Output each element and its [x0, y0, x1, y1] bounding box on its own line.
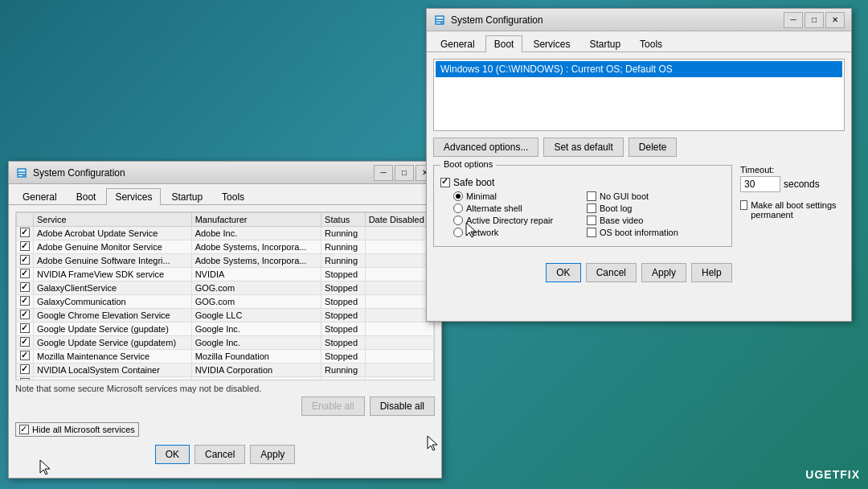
row-checkbox[interactable]: ✓	[17, 295, 34, 309]
tab-boot-front[interactable]: Boot	[485, 35, 523, 52]
minimal-label: Minimal	[466, 191, 497, 201]
ok-button-front[interactable]: OK	[546, 263, 580, 282]
network-radio[interactable]	[453, 228, 463, 237]
disable-all-button[interactable]: Disable all	[370, 397, 435, 416]
table-row[interactable]: ✓ Adobe Genuine Monitor Service Adobe Sy…	[17, 240, 434, 254]
tab-tools-front[interactable]: Tools	[631, 35, 671, 52]
tab-boot-back[interactable]: Boot	[68, 188, 105, 205]
hide-microsoft-checkbox[interactable]	[19, 425, 29, 434]
cancel-button-front[interactable]: Cancel	[586, 263, 637, 282]
table-row[interactable]: ✓ NVIDIA LocalSystem Container NVIDIA Co…	[17, 364, 434, 377]
table-row[interactable]: ✓ Google Chrome Elevation Service Google…	[17, 309, 434, 323]
table-row[interactable]: ✓ Mozilla Maintenance Service Mozilla Fo…	[17, 350, 434, 364]
tab-general-back[interactable]: General	[14, 188, 66, 205]
row-checkbox[interactable]: ✓	[17, 323, 34, 336]
row-manufacturer: Adobe Systems, Incorpora...	[191, 254, 321, 268]
row-date	[365, 323, 433, 336]
maximize-button-back[interactable]: □	[395, 165, 414, 181]
tab-general-front[interactable]: General	[432, 35, 484, 52]
boot-log-label: Boot log	[600, 203, 632, 213]
os-boot-info-checkbox[interactable]	[587, 228, 596, 237]
boot-log-checkbox[interactable]	[587, 203, 596, 213]
table-row[interactable]: ✓ NVIDIA Display Container LS NVIDIA Cor…	[17, 377, 434, 381]
minimize-button-back[interactable]: ─	[374, 165, 393, 181]
row-checkbox[interactable]: ✓	[17, 377, 34, 381]
minimize-button-front[interactable]: ─	[784, 12, 803, 28]
row-checkbox[interactable]: ✓	[17, 364, 34, 377]
os-list[interactable]: Windows 10 (C:\WINDOWS) : Current OS; De…	[433, 59, 845, 131]
tab-tools-back[interactable]: Tools	[213, 188, 253, 205]
help-button-front[interactable]: Help	[691, 263, 732, 282]
row-service: NVIDIA LocalSystem Container	[34, 364, 192, 377]
close-button-front[interactable]: ✕	[825, 12, 845, 28]
table-row[interactable]: ✓ NVIDIA FrameView SDK service NVIDIA St…	[17, 268, 434, 281]
row-service: Google Update Service (gupdate)	[34, 323, 192, 336]
table-row[interactable]: ✓ Google Update Service (gupdatem) Googl…	[17, 336, 434, 350]
row-checkbox[interactable]: ✓	[17, 268, 34, 281]
tab-startup-front[interactable]: Startup	[580, 35, 629, 52]
no-gui-boot-checkbox[interactable]	[587, 191, 596, 201]
boot-options-legend: Boot options	[440, 159, 496, 169]
tab-services-back[interactable]: Services	[106, 188, 161, 205]
os-list-item[interactable]: Windows 10 (C:\WINDOWS) : Current OS; De…	[436, 61, 842, 77]
table-row[interactable]: ✓ Adobe Acrobat Update Service Adobe Inc…	[17, 227, 434, 240]
no-gui-boot-label: No GUI boot	[600, 191, 649, 201]
tab-startup-back[interactable]: Startup	[162, 188, 211, 205]
row-date	[365, 268, 433, 281]
table-row[interactable]: ✓ Google Update Service (gupdate) Google…	[17, 323, 434, 336]
safe-boot-checkbox[interactable]: ✓	[440, 178, 450, 187]
advanced-options-button[interactable]: Advanced options...	[433, 138, 538, 157]
table-row[interactable]: ✓ GalaxyClientService GOG.com Stopped	[17, 281, 434, 295]
row-manufacturer: Adobe Inc.	[191, 227, 321, 240]
row-service: Google Chrome Elevation Service	[34, 309, 192, 323]
boot-content: Windows 10 (C:\WINDOWS) : Current OS; De…	[427, 52, 851, 289]
row-checkbox[interactable]: ✓	[17, 227, 34, 240]
alternate-shell-label: Alternate shell	[466, 203, 522, 213]
alternate-shell-radio[interactable]	[453, 203, 463, 213]
row-service: Mozilla Maintenance Service	[34, 350, 192, 364]
row-service: Adobe Genuine Monitor Service	[34, 240, 192, 254]
window-titlebar-front[interactable]: System Configuration ─ □ ✕	[427, 9, 851, 31]
active-directory-radio[interactable]	[453, 216, 463, 225]
window-titlebar-back[interactable]: System Configuration ─ □ ✕	[9, 162, 441, 184]
maximize-button-front[interactable]: □	[805, 12, 824, 28]
ok-button-back[interactable]: OK	[155, 445, 190, 464]
row-manufacturer: Google Inc.	[191, 336, 321, 350]
services-table: Service Manufacturer Status Date Disable…	[16, 212, 434, 380]
row-checkbox[interactable]: ✓	[17, 350, 34, 364]
services-scroll[interactable]: Service Manufacturer Status Date Disable…	[15, 212, 435, 380]
svg-rect-3	[18, 175, 23, 176]
window-icon-back	[15, 166, 28, 179]
dialog-buttons-back: OK Cancel Apply	[15, 445, 435, 464]
row-checkbox[interactable]: ✓	[17, 240, 34, 254]
apply-button-back[interactable]: Apply	[250, 445, 295, 464]
col-status: Status	[321, 213, 366, 227]
hide-microsoft-checkbox-label[interactable]: Hide all Microsoft services	[15, 422, 139, 437]
row-manufacturer: GOG.com	[191, 295, 321, 309]
minimal-radio[interactable]	[453, 191, 463, 201]
set-default-button[interactable]: Set as default	[543, 138, 623, 157]
timeout-input[interactable]	[740, 176, 780, 192]
boot-action-buttons: Advanced options... Set as default Delet…	[433, 138, 845, 157]
window-controls-front[interactable]: ─ □ ✕	[784, 12, 845, 28]
make-permanent-checkbox[interactable]	[740, 200, 747, 210]
timeout-row: seconds	[740, 176, 845, 192]
row-checkbox[interactable]: ✓	[17, 309, 34, 323]
enable-all-button[interactable]: Enable all	[301, 397, 365, 416]
apply-button-front[interactable]: Apply	[641, 263, 686, 282]
base-video-checkbox[interactable]	[587, 216, 596, 225]
row-checkbox[interactable]: ✓	[17, 336, 34, 350]
row-checkbox[interactable]: ✓	[17, 254, 34, 268]
system-config-window-front: System Configuration ─ □ ✕ General Boot …	[426, 8, 852, 322]
timeout-container: Timeout: seconds	[740, 165, 845, 192]
tab-services-front[interactable]: Services	[524, 35, 579, 52]
cancel-button-back[interactable]: Cancel	[194, 445, 245, 464]
row-checkbox[interactable]: ✓	[17, 281, 34, 295]
row-status: Stopped	[321, 295, 366, 309]
delete-button[interactable]: Delete	[628, 138, 678, 157]
row-date	[365, 254, 433, 268]
table-row[interactable]: ✓ Adobe Genuine Software Integri... Adob…	[17, 254, 434, 268]
row-manufacturer: Adobe Systems, Incorpora...	[191, 240, 321, 254]
table-row[interactable]: ✓ GalaxyCommunication GOG.com Stopped	[17, 295, 434, 309]
svg-rect-7	[436, 23, 440, 23]
